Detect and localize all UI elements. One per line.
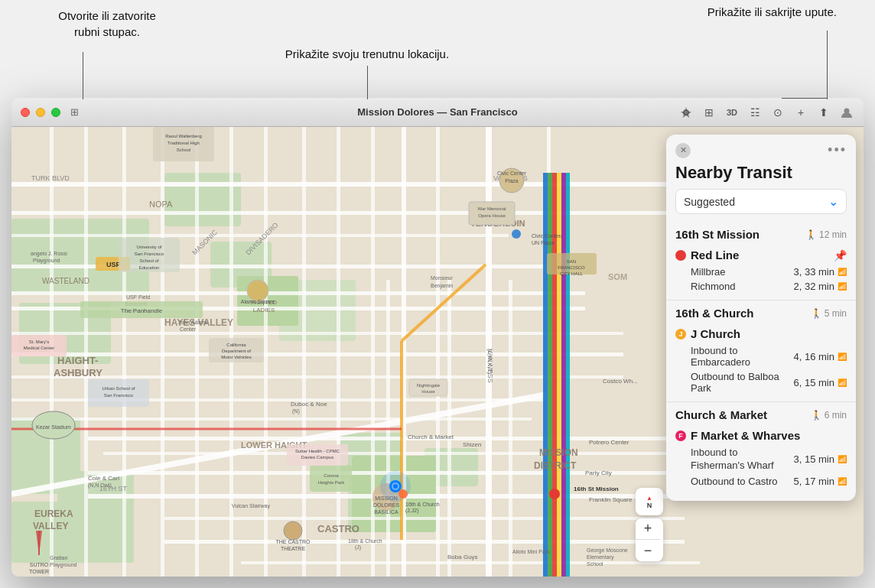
zoom-out-button[interactable]: − (636, 540, 660, 561)
arrival-time: 6, 15 min 📶 (794, 377, 847, 388)
route-detail-millbrae: Millbrae 3, 33 min 📶 (675, 265, 847, 279)
destination: Outbound to Castro (691, 476, 794, 487)
svg-text:ASHBURY: ASHBURY (54, 367, 102, 378)
svg-text:Alioto Mini Park: Alioto Mini Park (512, 549, 550, 554)
svg-point-88 (247, 280, 268, 301)
svg-text:Plaza: Plaza (505, 178, 519, 184)
svg-rect-37 (122, 127, 126, 577)
compass-north: ▲ (646, 495, 652, 502)
svg-text:Cole & Carl: Cole & Carl (88, 475, 119, 482)
svg-text:EUREKA: EUREKA (34, 508, 73, 519)
svg-rect-26 (11, 417, 532, 421)
share-button[interactable]: ⬆ (816, 105, 831, 120)
compass-button[interactable]: ▲ N (636, 488, 663, 515)
destination: Inbound to Fisherman's Wharf (691, 447, 790, 473)
svg-rect-33 (164, 540, 685, 544)
walk-minutes: 6 min (825, 410, 847, 421)
svg-text:HAIGHT-: HAIGHT- (57, 355, 98, 366)
svg-text:California: California (226, 343, 246, 347)
svg-text:Opera House: Opera House (478, 213, 506, 218)
svg-rect-22 (11, 332, 623, 335)
station-16th-church: 16th & Church 🚶 5 min J J Church (666, 300, 856, 401)
svg-rect-28 (103, 452, 685, 455)
panel-close-button[interactable]: ✕ (675, 143, 691, 158)
svg-text:VALLEY: VALLEY (33, 521, 68, 531)
svg-text:angelo J. Rossi: angelo J. Rossi (31, 251, 67, 257)
svg-text:Vulcan Stairway: Vulcan Stairway (232, 503, 270, 509)
map-type-button[interactable]: ⊞ (701, 105, 717, 120)
svg-text:House: House (421, 389, 435, 394)
svg-text:(N,N Owl): (N,N Owl) (88, 482, 112, 489)
svg-rect-38 (161, 127, 164, 577)
svg-text:USF: USF (106, 261, 121, 268)
svg-rect-57 (566, 173, 570, 577)
route-name: J Church (691, 327, 740, 340)
svg-point-137 (549, 489, 560, 499)
sidebar-toggle-icon[interactable]: ⊞ (68, 106, 80, 119)
svg-text:Playground: Playground (33, 258, 60, 264)
station-header: 16th St Mission 🚶 12 min (675, 228, 847, 241)
route-header: F F Market & Wharves (675, 429, 847, 442)
dropdown-suggested[interactable]: Suggested ⌄ (675, 189, 847, 214)
svg-rect-17 (11, 211, 677, 215)
svg-text:Church & Market: Church & Market (408, 434, 454, 440)
panel-more-button[interactable]: ••• (828, 142, 847, 158)
station-church-market: Church & Market 🚶 6 min F F Market & Wha… (666, 401, 856, 495)
svg-text:School: School (587, 561, 603, 567)
svg-text:UN Plaza: UN Plaza (532, 240, 555, 245)
station-header: Church & Market 🚶 6 min (675, 408, 847, 421)
svg-text:SOM: SOM (608, 272, 627, 281)
route-header: J J Church (675, 327, 847, 340)
svg-point-85 (284, 521, 302, 540)
add-button[interactable]: + (793, 105, 808, 120)
svg-text:CASTRO: CASTRO (317, 523, 359, 534)
3d-button[interactable]: 3D (724, 105, 740, 120)
walk-minutes: 5 min (825, 308, 847, 319)
svg-text:Civic Center: Civic Center (497, 171, 527, 176)
svg-rect-132 (310, 465, 352, 492)
titlebar-actions: ⊞ 3D ☷ ⊙ + ⬆ (678, 105, 854, 120)
walk-minutes: 12 min (819, 229, 847, 240)
fullscreen-button[interactable] (51, 108, 60, 117)
center-callout-line (367, 66, 368, 99)
location-button[interactable] (678, 105, 694, 120)
layers-button[interactable]: ☷ (747, 105, 763, 120)
svg-text:THEATRE: THEATRE (281, 546, 305, 551)
realtime-icon: 📶 (838, 282, 847, 291)
svg-text:TURK BLVD: TURK BLVD (31, 174, 70, 182)
search-button[interactable]: ⊙ (770, 105, 786, 120)
profile-button[interactable] (839, 105, 854, 120)
svg-text:WASTELAND: WASTELAND (42, 277, 89, 285)
minimize-button[interactable] (36, 108, 45, 117)
realtime-icon: 📶 (838, 352, 847, 361)
titlebar: ⊞ Mission Dolores — San Francisco ⊞ 3D ☷… (11, 98, 864, 127)
svg-text:18th & Church: 18th & Church (348, 538, 382, 544)
svg-text:San Francisco: San Francisco (104, 393, 134, 398)
arrival-time: 3, 33 min 📶 (794, 266, 847, 278)
left-callout-text: Otvorite ili zatvoriterubni stupac. (46, 8, 168, 40)
route-header: Red Line 📌 (675, 249, 847, 262)
zoom-in-button[interactable]: + (636, 518, 660, 540)
svg-text:16th St Mission: 16th St Mission (574, 486, 619, 492)
svg-rect-48 (447, 280, 451, 577)
close-button[interactable] (21, 108, 30, 117)
svg-text:Grattan: Grattan (50, 555, 67, 560)
svg-text:Raoul Wallenberg: Raoul Wallenberg (165, 134, 201, 138)
station-header: 16th & Church 🚶 5 min (675, 307, 847, 320)
svg-text:War Memorial: War Memorial (477, 206, 506, 211)
route-f-market: F F Market & Wharves Inbound to Fisherma… (675, 426, 847, 492)
svg-text:St. Mary's: St. Mary's (29, 339, 49, 344)
destination: Millbrae (691, 266, 794, 278)
svg-point-127 (512, 229, 521, 239)
svg-text:Department of: Department of (222, 349, 251, 353)
map-container[interactable]: HAIGHT- ASHBURY HAYES VALLEY LOWER HAIGH… (11, 127, 864, 577)
svg-text:SUTRO: SUTRO (30, 562, 49, 567)
right-callout-line-v (827, 31, 828, 99)
route-name: F Market & Wharves (691, 429, 800, 442)
svg-rect-24 (11, 375, 623, 378)
svg-rect-34 (241, 561, 700, 564)
traffic-lights (21, 108, 60, 117)
svg-text:BASILICA: BASILICA (374, 509, 398, 515)
realtime-icon: 📶 (838, 455, 847, 463)
svg-text:George Moscone: George Moscone (587, 547, 628, 554)
